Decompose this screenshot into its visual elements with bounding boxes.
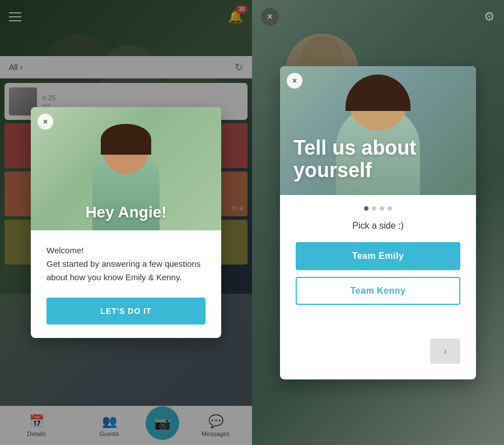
- modal-body: Welcome! Get started by answering a few …: [31, 230, 221, 338]
- onboarding-title: Tell us about yourself: [293, 137, 463, 181]
- modal-close-button[interactable]: ×: [38, 114, 53, 129]
- spacer: [296, 312, 460, 334]
- welcome-modal: × Hey Angie! Welcome! Get started by ans…: [31, 107, 221, 338]
- lets-do-it-button[interactable]: LET'S DO IT: [46, 298, 206, 325]
- onboarding-modal: × Tell us about yourself Pick a side :) …: [280, 66, 476, 379]
- next-button-area: ›: [296, 339, 460, 364]
- modal-hero-title: Hey Angie!: [31, 203, 221, 221]
- dot-1: [364, 206, 368, 211]
- modal-welcome-text: Welcome! Get started by answering a few …: [46, 244, 206, 284]
- onboarding-body: Pick a side :) Team Emily Team Kenny ›: [280, 195, 476, 379]
- left-modal-overlay: × Hey Angie! Welcome! Get started by ans…: [0, 0, 252, 445]
- next-button[interactable]: ›: [430, 339, 460, 364]
- progress-dots: [296, 206, 460, 211]
- pick-side-label: Pick a side :): [296, 221, 460, 231]
- onboarding-close-button[interactable]: ×: [287, 73, 302, 89]
- right-panel: × ⚙ × Tell us about yourself: [252, 0, 504, 445]
- left-panel: 🔔 38 All › ↻ h 25 am m a: [0, 0, 252, 445]
- dot-4: [388, 206, 392, 211]
- right-modal-overlay: × Tell us about yourself Pick a side :) …: [252, 0, 504, 445]
- dot-2: [372, 206, 376, 211]
- team-kenny-button[interactable]: Team Kenny: [296, 277, 460, 305]
- modal-hero: × Hey Angie!: [31, 107, 221, 230]
- dot-3: [380, 206, 384, 211]
- team-emily-button[interactable]: Team Emily: [296, 242, 460, 270]
- onboarding-hero: × Tell us about yourself: [280, 66, 476, 195]
